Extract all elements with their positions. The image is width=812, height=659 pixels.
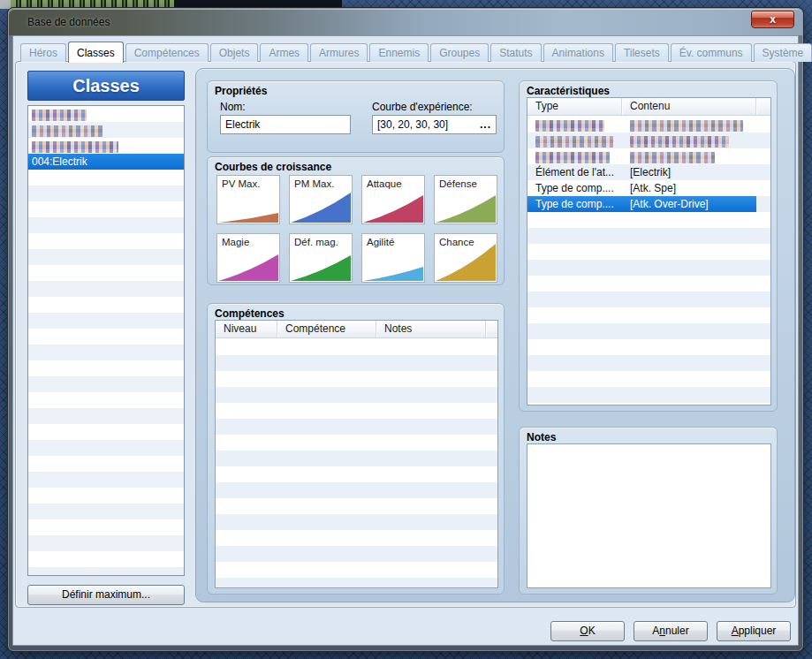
redacted-text <box>32 125 102 137</box>
skills-group: Compétences Niveau Compétence Notes <box>207 303 505 595</box>
tab-classes[interactable]: Classes <box>68 42 124 63</box>
curve-tile-pm-max[interactable]: PM Max. <box>289 175 353 224</box>
curve-tile-def-mag[interactable]: Déf. mag. <box>289 233 353 283</box>
list-item[interactable] <box>28 138 184 154</box>
column-spacer <box>486 321 497 337</box>
classes-tab-page: Classes 004:Electrik Définir maximum... … <box>15 61 796 608</box>
list-item[interactable] <box>28 122 184 138</box>
tab-ennemis[interactable]: Ennemis <box>369 43 429 62</box>
class-list-panel: Classes 004:Electrik Définir maximum... <box>27 71 185 598</box>
close-icon: x <box>770 13 776 26</box>
curve-chart <box>217 235 279 282</box>
redacted-text <box>630 120 743 132</box>
tab-heros[interactable]: Héros <box>20 43 66 62</box>
tab-statuts[interactable]: Statuts <box>490 43 541 62</box>
class-detail-panel: Propriétés Nom: Courbe d'expérience: [30… <box>195 68 795 602</box>
curve-tile-pv-max[interactable]: PV Max. <box>216 175 280 224</box>
feature-row-selected[interactable]: Type de comp.... [Atk. Over-Drive] <box>527 196 770 212</box>
classes-caption: Classes <box>27 71 185 101</box>
list-item-selected[interactable]: 004:Electrik <box>28 154 184 170</box>
curve-tile-attaque[interactable]: Attaque <box>361 175 425 224</box>
exp-curve-label: Courbe d'expérience: <box>372 101 473 113</box>
curve-tile-defense[interactable]: Défense <box>434 175 497 224</box>
curve-chart <box>362 235 424 282</box>
feature-content: [Atk. Spe] <box>622 180 756 196</box>
column-type[interactable]: Type <box>527 98 622 115</box>
curve-chart <box>435 235 497 282</box>
exp-curve-value: [30, 20, 30, 30] <box>377 116 480 133</box>
curve-tile-agilite[interactable]: Agilité <box>361 233 425 283</box>
curve-chart <box>217 177 279 223</box>
cancel-button[interactable]: Annuler <box>634 621 708 641</box>
tab-ev-communs[interactable]: Év. communs <box>671 43 752 62</box>
apply-button[interactable]: Appliquer <box>717 621 791 641</box>
database-dialog: Base de données x Héros Classes Compéten… <box>7 7 804 652</box>
skills-title: Compétences <box>215 307 285 320</box>
curve-chart <box>290 177 352 223</box>
tab-groupes[interactable]: Groupes <box>430 43 489 62</box>
tab-bar: Héros Classes Compétences Objets Armes A… <box>20 42 791 62</box>
redacted-text <box>535 136 613 148</box>
name-label: Nom: <box>220 101 246 113</box>
window-title: Base de données <box>27 9 110 35</box>
features-table[interactable]: Type Contenu <box>527 97 771 405</box>
features-group: Caractéristiques Type Contenu <box>519 80 778 412</box>
feature-content: [Atk. Over-Drive] <box>622 196 756 212</box>
define-maximum-button[interactable]: Définir maximum... <box>27 585 185 605</box>
tab-objets[interactable]: Objets <box>210 43 259 62</box>
features-title: Caractéristiques <box>527 85 610 97</box>
ellipsis-button[interactable]: ... <box>480 116 491 133</box>
column-contenu[interactable]: Contenu <box>622 98 756 115</box>
close-button[interactable]: x <box>751 11 794 28</box>
redacted-text <box>535 120 604 132</box>
redacted-text <box>32 110 87 121</box>
tab-animations[interactable]: Animations <box>543 43 613 62</box>
feature-row[interactable] <box>527 148 770 164</box>
tab-systeme[interactable]: Système <box>754 43 812 62</box>
feature-row[interactable]: Type de comp.... [Atk. Spe] <box>527 180 770 196</box>
skills-table-body[interactable] <box>216 339 497 587</box>
feature-type: Élément de l'at... <box>527 164 622 180</box>
notes-group: Notes <box>519 427 778 595</box>
curve-tile-chance[interactable]: Chance <box>434 233 497 283</box>
tab-armures[interactable]: Armures <box>310 43 368 62</box>
features-table-header[interactable]: Type Contenu <box>527 98 770 116</box>
curve-chart <box>290 235 352 282</box>
curve-chart <box>362 177 424 223</box>
notes-title: Notes <box>527 431 556 443</box>
tab-armes[interactable]: Armes <box>260 43 308 62</box>
feature-row[interactable] <box>527 117 770 133</box>
redacted-text <box>32 141 118 153</box>
tab-competences[interactable]: Compétences <box>125 43 209 62</box>
redacted-text <box>535 152 610 163</box>
column-niveau[interactable]: Niveau <box>216 321 277 337</box>
column-notes[interactable]: Notes <box>376 321 486 337</box>
dialog-buttons: OK Annuler Appliquer <box>550 621 791 641</box>
title-bar[interactable]: Base de données x <box>9 9 802 35</box>
skills-table[interactable]: Niveau Compétence Notes <box>215 320 498 588</box>
feature-row[interactable]: Élément de l'at... [Electrik] <box>527 164 770 180</box>
skills-table-header[interactable]: Niveau Compétence Notes <box>216 321 497 338</box>
column-competence[interactable]: Compétence <box>277 321 376 337</box>
tab-tilesets[interactable]: Tilesets <box>615 43 669 62</box>
growth-curves-title: Courbes de croissance <box>215 161 331 173</box>
curve-chart <box>435 177 497 223</box>
exp-curve-input[interactable]: [30, 20, 30, 30] ... <box>372 115 497 134</box>
name-input[interactable] <box>220 115 351 134</box>
feature-type: Type de comp.... <box>527 180 622 196</box>
dialog-client-area: Héros Classes Compétences Objets Armes A… <box>12 35 799 646</box>
growth-curves-group: Courbes de croissance PV Max. PM Max. At… <box>207 156 505 285</box>
list-item[interactable] <box>28 106 184 122</box>
feature-row[interactable] <box>527 133 770 148</box>
class-list[interactable]: 004:Electrik <box>27 105 185 576</box>
features-table-body[interactable]: Élément de l'at... [Electrik] Type de co… <box>527 117 770 405</box>
curve-tile-magie[interactable]: Magie <box>216 233 280 283</box>
redacted-text <box>630 152 715 163</box>
feature-type: Type de comp.... <box>527 196 622 212</box>
properties-title: Propriétés <box>215 85 267 97</box>
redacted-text <box>630 136 729 148</box>
properties-group: Propriétés Nom: Courbe d'expérience: [30… <box>207 80 505 153</box>
notes-textarea[interactable] <box>527 443 771 588</box>
ok-button[interactable]: OK <box>550 621 625 641</box>
feature-content: [Electrik] <box>622 164 756 180</box>
